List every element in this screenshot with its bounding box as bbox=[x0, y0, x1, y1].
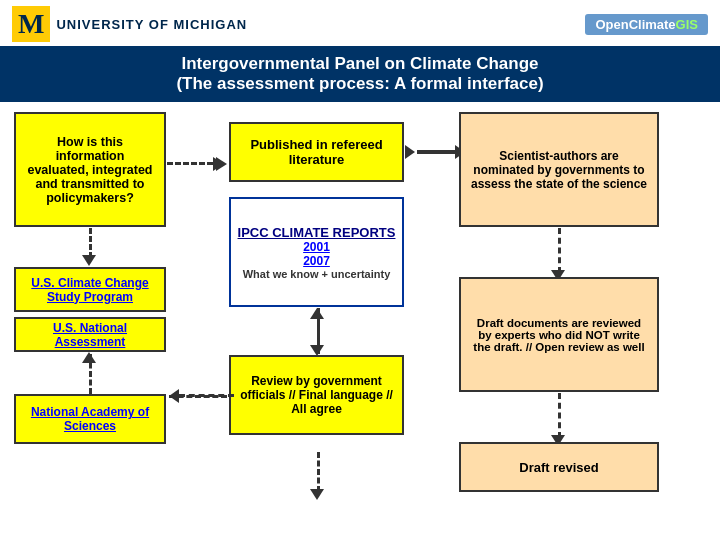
us-national-box[interactable]: U.S. National Assessment bbox=[14, 317, 166, 352]
arrow-down-left bbox=[89, 228, 93, 258]
arrow-left-review bbox=[169, 389, 234, 403]
university-logo: M UNIVERSITY OF MICHIGAN bbox=[12, 6, 247, 42]
university-name: UNIVERSITY OF MICHIGAN bbox=[56, 17, 247, 32]
title-line1: Intergovernmental Panel on Climate Chang… bbox=[20, 54, 700, 74]
draft-revised-box: Draft revised bbox=[459, 442, 659, 492]
what-we-know-text: What we know + uncertainty bbox=[243, 268, 391, 280]
published-box: Published in refereed literature bbox=[229, 122, 404, 182]
ipcc-box: IPCC CLIMATE REPORTS 2001 2007 What we k… bbox=[229, 197, 404, 307]
us-national-link[interactable]: U.S. National Assessment bbox=[20, 321, 160, 349]
scientist-authors-box: Scientist-authors are nominated by gover… bbox=[459, 112, 659, 227]
us-climate-link[interactable]: U.S. Climate Change Study Program bbox=[20, 276, 160, 304]
um-m-letter: M bbox=[12, 6, 50, 42]
national-academy-link[interactable]: National Academy of Sciences bbox=[22, 405, 158, 433]
diagram: How is this information evaluated, integ… bbox=[14, 112, 706, 522]
openclimate-label: OpenClimate bbox=[595, 17, 675, 32]
arrow-down-to-draft-revised bbox=[558, 393, 562, 438]
arrow-tip-up-ipcc bbox=[310, 308, 324, 319]
ipcc-year-2001[interactable]: 2001 bbox=[303, 240, 330, 254]
published-text: Published in refereed literature bbox=[237, 137, 396, 167]
draft-documents-box: Draft documents are reviewed by experts … bbox=[459, 277, 659, 392]
arrow-down-right bbox=[558, 228, 562, 273]
how-is-this-text: How is this information evaluated, integ… bbox=[24, 135, 156, 205]
arrow-how-to-published bbox=[167, 157, 227, 171]
openclimate-badge: OpenClimateGIS bbox=[585, 14, 708, 35]
arrow-published-to-scientist bbox=[405, 145, 465, 159]
arrow-tip-up-national bbox=[82, 352, 96, 363]
header: M UNIVERSITY OF MICHIGAN OpenClimateGIS bbox=[0, 0, 720, 46]
title-line2: (The assessment process: A formal interf… bbox=[20, 74, 700, 94]
arrow-tip-down-review bbox=[310, 489, 324, 500]
draft-revised-text: Draft revised bbox=[519, 460, 598, 475]
main-content: How is this information evaluated, integ… bbox=[0, 102, 720, 540]
ipcc-year-2007[interactable]: 2007 bbox=[303, 254, 330, 268]
us-climate-box[interactable]: U.S. Climate Change Study Program bbox=[14, 267, 166, 312]
scientist-authors-text: Scientist-authors are nominated by gover… bbox=[469, 149, 649, 191]
national-academy-box[interactable]: National Academy of Sciences bbox=[14, 394, 166, 444]
draft-documents-text: Draft documents are reviewed by experts … bbox=[469, 317, 649, 353]
review-text: Review by government officials // Final … bbox=[237, 374, 396, 416]
page-title: Intergovernmental Panel on Climate Chang… bbox=[0, 46, 720, 102]
review-box: Review by government officials // Final … bbox=[229, 355, 404, 435]
openclimate-suffix: GIS bbox=[676, 17, 698, 32]
arrow-tip-down-left bbox=[82, 255, 96, 266]
how-is-this-box: How is this information evaluated, integ… bbox=[14, 112, 166, 227]
arrow-down-review bbox=[317, 452, 321, 492]
ipcc-title: IPCC CLIMATE REPORTS bbox=[238, 225, 396, 240]
